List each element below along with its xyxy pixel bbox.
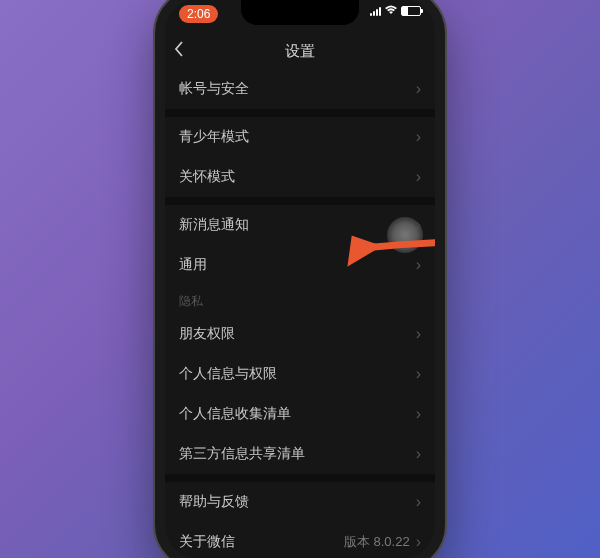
row-label: 青少年模式 [179, 128, 416, 146]
chevron-right-icon: › [416, 445, 421, 463]
section-header-privacy: 隐私 [165, 285, 435, 314]
section-gap [165, 109, 435, 117]
row-label: 个人信息与权限 [179, 365, 416, 383]
row-label: 个人信息收集清单 [179, 405, 416, 423]
row-thirdparty-sharing[interactable]: 第三方信息共享清单 › [165, 434, 435, 474]
chevron-right-icon: › [416, 256, 421, 274]
section-gap [165, 474, 435, 482]
assistive-touch-button[interactable] [387, 217, 423, 253]
back-button[interactable] [173, 40, 185, 63]
row-label: 关于微信 [179, 533, 344, 551]
notch [241, 0, 359, 25]
row-care-mode[interactable]: 关怀模式 › [165, 157, 435, 197]
status-right [370, 5, 421, 17]
chevron-left-icon [173, 40, 185, 58]
row-friends-permission[interactable]: 朋友权限 › [165, 314, 435, 354]
row-label: 帮助与反馈 [179, 493, 416, 511]
phone-frame: 2:06 设置 帐号与安全 › 青少年模式 › 关怀模式 › [155, 0, 445, 558]
row-info-collection[interactable]: 个人信息收集清单 › [165, 394, 435, 434]
row-value: 版本 8.0.22 [344, 533, 410, 551]
row-personal-info[interactable]: 个人信息与权限 › [165, 354, 435, 394]
row-label: 新消息通知 [179, 216, 416, 234]
row-general[interactable]: 通用 › [165, 245, 435, 285]
chevron-right-icon: › [416, 365, 421, 383]
settings-list: 帐号与安全 › 青少年模式 › 关怀模式 › 新消息通知 › 通用 › 隐私 朋… [165, 69, 435, 558]
row-teen-mode[interactable]: 青少年模式 › [165, 117, 435, 157]
nav-bar: 设置 [165, 33, 435, 69]
chevron-right-icon: › [416, 80, 421, 98]
chevron-right-icon: › [416, 533, 421, 551]
battery-icon [401, 6, 421, 16]
row-help-feedback[interactable]: 帮助与反馈 › [165, 482, 435, 522]
row-label: 朋友权限 [179, 325, 416, 343]
row-label: 第三方信息共享清单 [179, 445, 416, 463]
row-account-security[interactable]: 帐号与安全 › [165, 69, 435, 109]
chevron-right-icon: › [416, 128, 421, 146]
row-label: 关怀模式 [179, 168, 416, 186]
wifi-icon [384, 5, 398, 17]
page-title: 设置 [285, 42, 315, 61]
chevron-right-icon: › [416, 325, 421, 343]
row-label: 通用 [179, 256, 416, 274]
chevron-right-icon: › [416, 405, 421, 423]
section-gap [165, 197, 435, 205]
status-time: 2:06 [179, 5, 218, 23]
chevron-right-icon: › [416, 493, 421, 511]
row-about[interactable]: 关于微信 版本 8.0.22 › [165, 522, 435, 558]
signal-icon [370, 7, 381, 16]
row-label: 帐号与安全 [179, 80, 416, 98]
chevron-right-icon: › [416, 168, 421, 186]
